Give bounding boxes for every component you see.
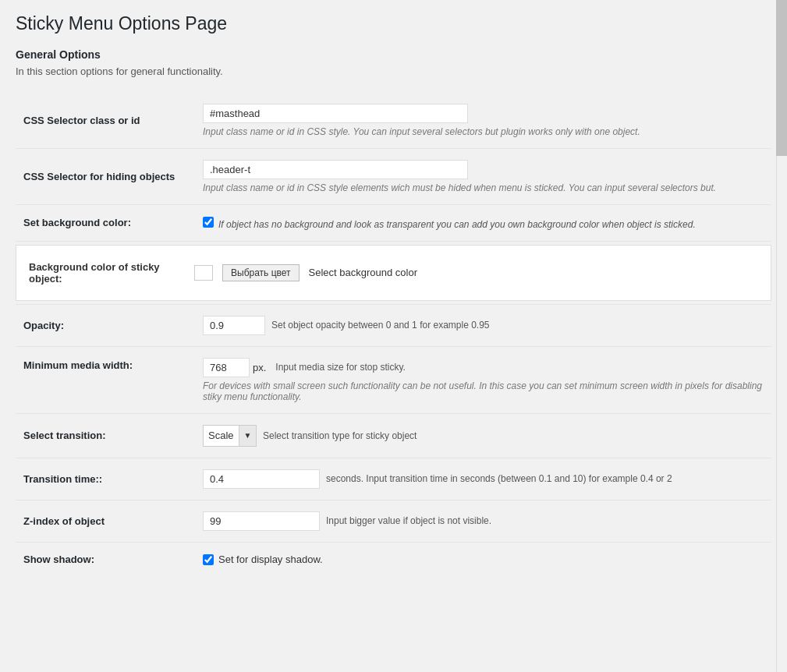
color-swatch — [194, 265, 213, 281]
section-title: General Options — [16, 48, 771, 61]
zindex-hint: Input bigger value if object is not visi… — [326, 515, 491, 526]
table-row-opacity: Opacity: Set object opacity between 0 an… — [16, 304, 771, 346]
table-row-hide-selector: CSS Selector for hiding objects Input cl… — [16, 148, 771, 204]
shadow-label: Show shadow: — [16, 542, 195, 576]
table-row-shadow: Show shadow: Set for display shadow. — [16, 542, 771, 576]
scrollbar-thumb[interactable] — [776, 0, 787, 156]
px-label: px. — [253, 362, 266, 373]
transition-time-row: seconds. Input transition time in second… — [203, 469, 764, 489]
opacity-label: Opacity: — [16, 304, 195, 346]
bg-color-checkbox-hint: If object has no background and look as … — [218, 219, 696, 230]
bg-color-section-cell: Background color of sticky object: Выбра… — [16, 241, 771, 304]
table-row-transition: Select transition: Scale Fade None ▼ Sel… — [16, 413, 771, 458]
shadow-hint: Set for display shadow. — [218, 554, 323, 565]
opacity-hint: Set object opacity between 0 and 1 for e… — [271, 320, 490, 331]
bg-color-inner: Background color of sticky object: Выбра… — [29, 261, 758, 285]
table-row-bg-color-checkbox: Set background color: If object has no b… — [16, 204, 771, 241]
transition-time-label: Transition time:: — [16, 458, 195, 500]
css-selector-control: Input class name or id in CSS style. You… — [195, 93, 771, 149]
hide-selector-label: CSS Selector for hiding objects — [16, 148, 195, 204]
transition-control: Scale Fade None ▼ Select transition type… — [195, 413, 771, 458]
min-media-input[interactable] — [203, 358, 250, 377]
settings-table: CSS Selector class or id Input class nam… — [16, 93, 771, 576]
table-row-transition-time: Transition time:: seconds. Input transit… — [16, 458, 771, 500]
bg-color-checkbox-label: Set background color: — [16, 204, 195, 241]
scrollbar[interactable] — [776, 0, 787, 672]
opacity-input[interactable] — [203, 316, 265, 335]
section-description: In this section options for general func… — [16, 65, 771, 77]
transition-time-control: seconds. Input transition time in second… — [195, 458, 771, 500]
zindex-row: Input bigger value if object is not visi… — [203, 511, 764, 531]
transition-label: Select transition: — [16, 413, 195, 458]
min-media-row: px. Input media size for stop sticky. — [203, 358, 764, 377]
min-media-control: px. Input media size for stop sticky. Fo… — [195, 346, 771, 413]
transition-time-hint: seconds. Input transition time in second… — [326, 473, 672, 484]
css-selector-label: CSS Selector class or id — [16, 93, 195, 149]
color-label-text: Select background color — [309, 267, 417, 278]
transition-hint: Select transition type for sticky object — [263, 430, 417, 441]
hide-selector-control: Input class name or id in CSS style elem… — [195, 148, 771, 204]
transition-select-wrapper: Scale Fade None ▼ — [203, 425, 257, 447]
bg-color-checkbox-row: If object has no background and look as … — [203, 216, 764, 230]
table-row-min-media: Minimum media width: px. Input media siz… — [16, 346, 771, 413]
zindex-label: Z-index of object — [16, 500, 195, 542]
zindex-control: Input bigger value if object is not visi… — [195, 500, 771, 542]
chevron-down-icon: ▼ — [239, 426, 256, 446]
min-media-hint: For devices with small screen such funct… — [203, 380, 764, 402]
table-row-zindex: Z-index of object Input bigger value if … — [16, 500, 771, 542]
hide-selector-input[interactable] — [203, 160, 468, 179]
bg-color-checkbox-control: If object has no background and look as … — [195, 204, 771, 241]
shadow-checkbox[interactable] — [203, 554, 214, 565]
bg-color-section: Background color of sticky object: Выбра… — [16, 245, 771, 301]
shadow-row: Set for display shadow. — [203, 554, 764, 565]
table-row-bg-color-section: Background color of sticky object: Выбра… — [16, 241, 771, 304]
opacity-row: Set object opacity between 0 and 1 for e… — [203, 316, 764, 335]
transition-time-input[interactable] — [203, 469, 320, 489]
bg-color-checkbox[interactable] — [203, 217, 214, 228]
page-title: Sticky Menu Options Page — [16, 12, 771, 36]
min-media-hint-inline: Input media size for stop sticky. — [275, 362, 406, 373]
zindex-input[interactable] — [203, 511, 320, 531]
shadow-control: Set for display shadow. — [195, 542, 771, 576]
page-wrapper: Sticky Menu Options Page General Options… — [0, 0, 787, 672]
opacity-control: Set object opacity between 0 and 1 for e… — [195, 304, 771, 346]
transition-row: Scale Fade None ▼ Select transition type… — [203, 425, 764, 447]
transition-select[interactable]: Scale Fade None — [204, 427, 239, 444]
css-selector-hint: Input class name or id in CSS style. You… — [203, 126, 764, 137]
table-row-css-selector: CSS Selector class or id Input class nam… — [16, 93, 771, 149]
bg-color-object-label: Background color of sticky object: — [29, 261, 185, 285]
color-picker-button[interactable]: Выбрать цвет — [222, 264, 300, 281]
min-media-label: Minimum media width: — [16, 346, 195, 413]
hide-selector-hint: Input class name or id in CSS style elem… — [203, 182, 764, 193]
css-selector-input[interactable] — [203, 104, 468, 123]
